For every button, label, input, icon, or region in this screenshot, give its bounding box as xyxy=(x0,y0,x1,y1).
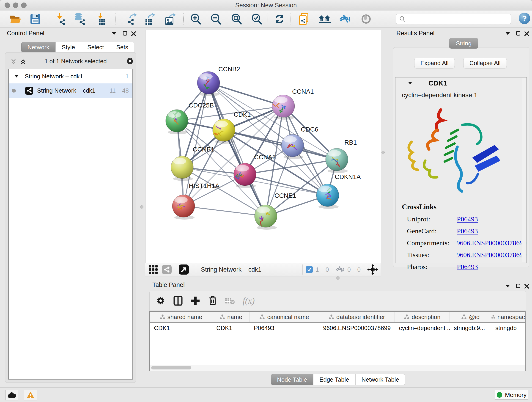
column-header--id[interactable]: @id xyxy=(450,312,491,322)
export-table-icon[interactable] xyxy=(142,12,157,26)
right-splitter-handle[interactable] xyxy=(381,151,385,154)
tab-string[interactable]: String xyxy=(449,38,478,49)
scrollbar-thumb[interactable] xyxy=(151,366,191,370)
table-horizontal-scrollbar[interactable] xyxy=(150,365,525,371)
entry-collapse-icon[interactable] xyxy=(408,82,412,84)
zoom-out-icon[interactable] xyxy=(209,12,223,26)
network-edge-CCNB2-CCNE1[interactable] xyxy=(209,83,266,216)
tab-edge-table[interactable]: Edge Table xyxy=(313,374,355,385)
bottom-splitter-handle[interactable] xyxy=(336,276,340,280)
table-options-gear-icon[interactable] xyxy=(156,296,165,305)
expand-all-tree-icon[interactable] xyxy=(20,58,27,65)
crosslink-value-link[interactable]: 9606.ENSP00000378699 xyxy=(456,239,526,247)
tab-style[interactable]: Style xyxy=(56,42,81,53)
column-header-database-identifier[interactable]: database identifier xyxy=(319,312,395,322)
entry-header-row[interactable]: CDK1 xyxy=(395,77,526,89)
tab-node-table[interactable]: Node Table xyxy=(271,374,313,385)
network-edge-CCNB2-CCNA1[interactable] xyxy=(209,83,283,106)
table-cell[interactable]: stringdb xyxy=(491,325,525,332)
table-cell[interactable]: 9606.ENSP00000378699 xyxy=(319,325,395,332)
birdseye-view-icon[interactable] xyxy=(178,264,189,275)
crosslink-value-link[interactable]: P06493 xyxy=(457,227,478,235)
control-panel-title: Control Panel xyxy=(7,30,44,37)
crosslink-value-link[interactable]: P06493 xyxy=(457,215,478,223)
table-panel-close-icon[interactable] xyxy=(524,284,529,289)
tab-network[interactable]: Network xyxy=(21,42,56,53)
string-style-icon[interactable] xyxy=(162,264,172,274)
network-row-selected[interactable]: String Network – cdk1 11 48 xyxy=(9,83,133,98)
control-panel-menu-icon[interactable] xyxy=(112,32,116,35)
import-table-file-icon[interactable] xyxy=(94,12,109,26)
node-label-CDK1: CDK1 xyxy=(234,111,251,118)
save-session-icon[interactable] xyxy=(28,12,43,26)
tab-sets[interactable]: Sets xyxy=(110,42,134,53)
search-input[interactable] xyxy=(408,16,511,22)
tab-network-table[interactable]: Network Table xyxy=(355,374,405,385)
tab-select[interactable]: Select xyxy=(81,42,110,53)
delete-columns-icon[interactable] xyxy=(208,296,217,306)
network-edge-HIST1H1A-CCNE1[interactable] xyxy=(184,206,266,216)
copy-style-documents-icon[interactable] xyxy=(297,12,312,26)
column-header-description[interactable]: description xyxy=(395,312,450,322)
memory-label: Memory xyxy=(505,391,526,399)
warnings-button[interactable] xyxy=(24,390,37,400)
open-session-icon[interactable] xyxy=(8,12,23,26)
network-canvas[interactable]: CCNB2CCNA1CDC25BCDK1CDC6RB1CCNB1CCNA2CDK… xyxy=(145,30,381,263)
create-column-icon[interactable] xyxy=(191,296,200,305)
column-header-name[interactable]: name xyxy=(212,312,250,322)
delete-table-icon[interactable] xyxy=(225,297,235,305)
table-cell[interactable]: CDK1 xyxy=(150,325,212,332)
tree-collapse-icon[interactable] xyxy=(15,75,19,77)
network-options-gear-icon[interactable] xyxy=(126,57,134,65)
zoom-selected-icon[interactable] xyxy=(249,12,264,26)
memory-button[interactable]: Memory xyxy=(495,390,528,400)
results-panel-float-icon[interactable] xyxy=(516,31,520,36)
table-cell[interactable]: stringdb:9... xyxy=(450,325,491,332)
column-header-canonical-name[interactable]: canonical name xyxy=(250,312,319,322)
crosslink-value-link[interactable]: P06493 xyxy=(457,263,478,271)
table-cell[interactable]: P06493 xyxy=(250,325,319,332)
column-header-namespac[interactable]: namespac xyxy=(491,312,525,322)
network-collection-count: 1 xyxy=(126,73,129,80)
grid-view-icon[interactable] xyxy=(148,265,158,274)
control-panel-close-icon[interactable] xyxy=(131,31,136,36)
import-network-database-icon[interactable] xyxy=(72,12,87,26)
search-box[interactable] xyxy=(396,14,511,24)
show-columns-icon[interactable] xyxy=(173,296,183,306)
hidden-eye-icon[interactable] xyxy=(336,266,345,274)
results-panel-close-icon[interactable] xyxy=(524,31,529,36)
help-icon[interactable]: ? xyxy=(519,13,530,24)
table-cell[interactable]: cyclin–dependent ... xyxy=(395,325,450,332)
show-graphics-details-eye-icon[interactable] xyxy=(359,12,374,26)
network-edge-CDK1-RB1[interactable] xyxy=(224,130,337,160)
collapse-all-button[interactable]: Collapse All xyxy=(463,58,507,68)
left-splitter-handle[interactable] xyxy=(140,205,143,209)
network-collection-row[interactable]: String Network – cdk1 1 xyxy=(9,69,133,83)
expand-all-button[interactable]: Expand All xyxy=(414,58,455,68)
control-panel-float-icon[interactable] xyxy=(123,31,127,36)
import-network-file-icon[interactable] xyxy=(54,12,68,26)
collapse-all-tree-icon[interactable] xyxy=(10,58,17,65)
results-vertical-scrollbar[interactable] xyxy=(522,78,526,262)
table-panel-float-icon[interactable] xyxy=(516,284,520,288)
results-panel-menu-icon[interactable] xyxy=(505,32,510,35)
cloud-icon xyxy=(7,392,16,398)
node-label-CDC25B: CDC25B xyxy=(189,102,214,109)
protein-structure-image xyxy=(402,103,503,199)
cloud-button[interactable] xyxy=(5,390,18,400)
zoom-fit-icon[interactable] xyxy=(229,12,244,26)
warning-icon xyxy=(26,391,35,399)
export-image-icon[interactable] xyxy=(163,12,177,26)
zoom-in-icon[interactable] xyxy=(188,12,203,26)
show-all-views-homes-icon[interactable] xyxy=(317,12,332,26)
table-panel-menu-icon[interactable] xyxy=(505,285,510,287)
column-header-shared-name[interactable]: shared name xyxy=(150,312,212,322)
export-network-icon[interactable] xyxy=(124,12,138,26)
refresh-view-icon[interactable] xyxy=(272,12,287,26)
table-cell[interactable]: CDK1 xyxy=(212,325,250,332)
fit-selection-crosshair-icon[interactable] xyxy=(367,264,378,275)
function-builder-icon[interactable]: f(x) xyxy=(243,296,255,306)
selected-checkbox[interactable] xyxy=(306,266,313,273)
hide-selected-eye-icon[interactable] xyxy=(338,12,352,26)
crosslink-value-link[interactable]: 9606.ENSP00000378699 xyxy=(456,251,526,259)
